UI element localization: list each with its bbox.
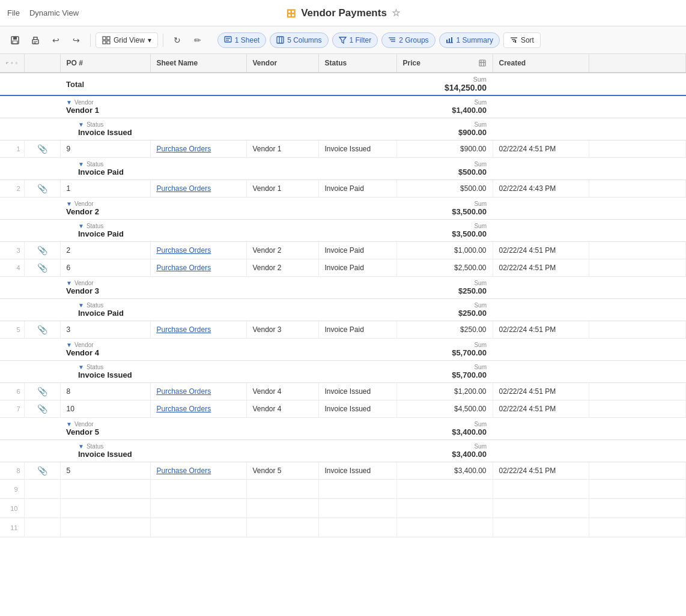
group-vendor-row: ▼Vendor Vendor 4 Sum $5,700.00 — [0, 339, 686, 361]
toolbar: ↩ ↪ Grid View ▾ ↻ ✏ 1 Sheet 5 Columns 1 … — [0, 26, 686, 54]
divider-1 — [90, 34, 91, 47]
empty-row: 10 — [0, 499, 686, 518]
top-bar-left: File Dynamic View — [7, 8, 79, 17]
svg-rect-21 — [446, 40, 448, 43]
table-row[interactable]: 8📎5Purchase OrdersVendor 5Invoice Issued… — [0, 462, 686, 480]
table-row[interactable]: 4📎6Purchase OrdersVendor 2Invoice Paid$2… — [0, 259, 686, 277]
summary-button[interactable]: 1 Summary — [439, 32, 500, 48]
group-status-row: ▼Status Invoice Issued Sum $5,700.00 — [0, 361, 686, 383]
top-bar: File Dynamic View ⊞ Vendor Payments ☆ — [0, 0, 686, 26]
menu-file[interactable]: File — [7, 8, 20, 17]
table-row[interactable]: 5📎3Purchase OrdersVendor 3Invoice Paid$2… — [0, 321, 686, 339]
svg-rect-4 — [34, 41, 37, 42]
total-label: Total — [60, 73, 150, 95]
filter-label: 1 Filter — [350, 36, 372, 44]
svg-rect-37 — [479, 60, 485, 66]
empty-row: 11 — [0, 518, 686, 537]
sheet-link[interactable]: Purchase Orders — [150, 242, 246, 259]
col-header-po[interactable]: PO # — [60, 54, 150, 73]
sort-label: Sort — [521, 36, 534, 44]
col-header-created[interactable]: Created — [493, 54, 589, 73]
group-vendor-row: ▼Vendor Vendor 3 Sum $250.00 — [0, 277, 686, 299]
table-header: PO # Sheet Name Vendor Status Price Crea… — [0, 54, 686, 73]
sheet-filter-button[interactable]: 1 Sheet — [217, 32, 266, 48]
attachment-icon[interactable]: 📎 — [24, 140, 60, 158]
app-title: ⊞ Vendor Payments ☆ — [286, 6, 400, 20]
svg-rect-6 — [103, 37, 106, 40]
grid-container: PO # Sheet Name Vendor Status Price Crea… — [0, 54, 686, 616]
favorite-star-icon[interactable]: ☆ — [392, 7, 400, 19]
svg-rect-30 — [7, 62, 8, 62]
group-vendor-row: ▼Vendor Vendor 1 Sum $1,400.00 — [0, 95, 686, 118]
col-header-extra — [589, 54, 686, 73]
vendor-payments-table: PO # Sheet Name Vendor Status Price Crea… — [0, 54, 686, 537]
columns-button[interactable]: 5 Columns — [270, 32, 328, 48]
sheet-link[interactable]: Purchase Orders — [150, 180, 246, 198]
svg-rect-23 — [451, 37, 452, 43]
summary-label: 1 Summary — [457, 36, 493, 44]
print-button[interactable] — [26, 31, 44, 49]
group-status-row: ▼Status Invoice Paid Sum $250.00 — [0, 299, 686, 321]
groups-button[interactable]: 2 Groups — [381, 32, 435, 48]
svg-rect-9 — [107, 41, 110, 44]
col-header-sheet[interactable]: Sheet Name — [150, 54, 246, 73]
table-body: Total Sum $14,250.00 ▼Vendor Vendor 1 Su… — [0, 73, 686, 537]
svg-rect-5 — [34, 43, 36, 43]
divider-2 — [163, 34, 163, 47]
sheet-link[interactable]: Purchase Orders — [150, 400, 246, 418]
attachment-icon[interactable]: 📎 — [24, 180, 60, 198]
attachment-icon[interactable]: 📎 — [24, 321, 60, 339]
sheet-filter-label: 1 Sheet — [235, 36, 260, 44]
attachment-icon[interactable]: 📎 — [24, 259, 60, 277]
svg-rect-22 — [449, 38, 450, 43]
svg-rect-13 — [277, 37, 284, 43]
col-header-price[interactable]: Price — [396, 54, 493, 73]
attachment-icon[interactable]: 📎 — [24, 400, 60, 418]
sheet-link[interactable]: Purchase Orders — [150, 259, 246, 277]
toolbar-right: 1 Sheet 5 Columns 1 Filter 2 Groups 1 Su… — [217, 32, 541, 48]
summary-total-row: Total Sum $14,250.00 — [0, 73, 686, 95]
app-icon: ⊞ — [286, 6, 296, 20]
col-header-attach — [24, 54, 60, 73]
grid-view-chevron: ▾ — [148, 36, 151, 44]
group-vendor-row: ▼Vendor Vendor 2 Sum $3,500.00 — [0, 198, 686, 220]
undo-button[interactable]: ↩ — [47, 31, 65, 49]
svg-rect-31 — [6, 63, 7, 64]
sheet-link[interactable]: Purchase Orders — [150, 140, 246, 158]
attachment-icon[interactable]: 📎 — [24, 462, 60, 480]
group-status-row: ▼Status Invoice Paid Sum $500.00 — [0, 158, 686, 180]
columns-label: 5 Columns — [287, 36, 321, 44]
col-header-status[interactable]: Status — [318, 54, 396, 73]
redo-button[interactable]: ↪ — [67, 31, 85, 49]
refresh-button[interactable]: ↻ — [168, 31, 186, 49]
attachment-icon[interactable]: 📎 — [24, 242, 60, 259]
table-row[interactable]: 7📎10Purchase OrdersVendor 4Invoice Issue… — [0, 400, 686, 418]
grid-view-button[interactable]: Grid View ▾ — [96, 32, 158, 48]
table-row[interactable]: 3📎2Purchase OrdersVendor 2Invoice Paid$1… — [0, 242, 686, 259]
menu-dynamic-view[interactable]: Dynamic View — [29, 8, 79, 17]
svg-rect-7 — [107, 37, 110, 40]
svg-rect-10 — [225, 37, 231, 42]
sheet-link[interactable]: Purchase Orders — [150, 321, 246, 339]
save-button[interactable] — [6, 31, 24, 49]
title-text: Vendor Payments — [301, 7, 387, 19]
table-row[interactable]: 6📎8Purchase OrdersVendor 4Invoice Issued… — [0, 383, 686, 400]
table-row[interactable]: 1📎9Purchase OrdersVendor 1Invoice Issued… — [0, 140, 686, 158]
svg-rect-1 — [13, 37, 17, 40]
table-row[interactable]: 2📎1Purchase OrdersVendor 1Invoice Paid$5… — [0, 180, 686, 198]
sheet-link[interactable]: Purchase Orders — [150, 462, 246, 480]
svg-rect-29 — [6, 62, 7, 62]
sheet-link[interactable]: Purchase Orders — [150, 383, 246, 400]
edit-button[interactable]: ✏ — [189, 31, 207, 49]
empty-row: 9 — [0, 480, 686, 499]
col-header-vendor[interactable]: Vendor — [246, 54, 318, 73]
attachment-icon[interactable]: 📎 — [24, 383, 60, 400]
sort-button[interactable]: Sort — [503, 32, 541, 48]
grid-view-label: Grid View — [114, 36, 145, 44]
group-status-row: ▼Status Invoice Issued Sum $3,400.00 — [0, 440, 686, 462]
group-vendor-row: ▼Vendor Vendor 5 Sum $3,400.00 — [0, 418, 686, 440]
toolbar-left: ↩ ↪ Grid View ▾ ↻ ✏ — [6, 31, 207, 49]
col-header-rownum — [0, 54, 24, 73]
filter-button[interactable]: 1 Filter — [332, 32, 378, 48]
total-sum-cell: Sum $14,250.00 — [396, 73, 493, 95]
